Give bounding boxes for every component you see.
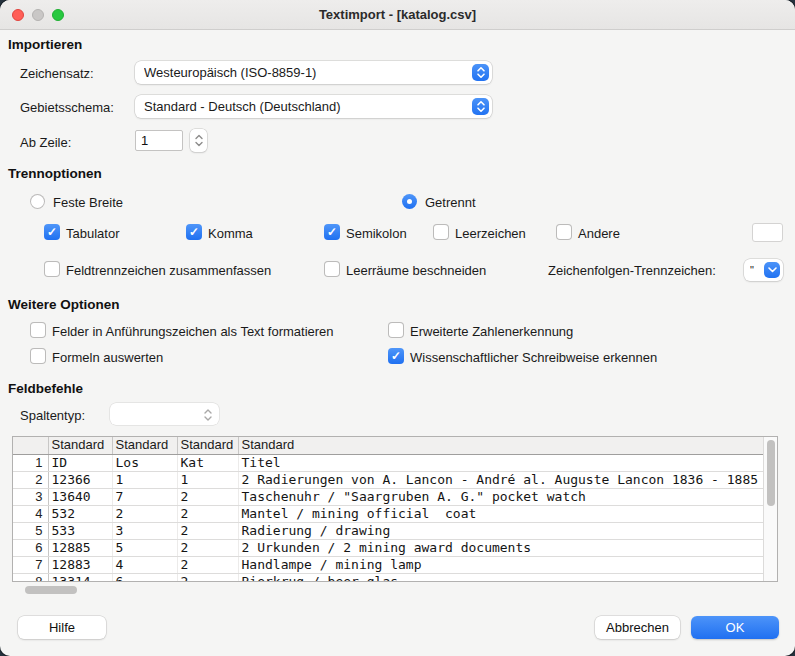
- corner-header-cell: [13, 437, 48, 454]
- table-cell: ID: [48, 454, 112, 471]
- charset-label: Zeichensatz:: [20, 66, 94, 81]
- row-number: 7: [13, 556, 48, 573]
- table-cell: 7: [112, 488, 177, 505]
- table-cell: Los: [112, 454, 177, 471]
- textimport-dialog: Textimport - [katalog.csv] Importieren Z…: [0, 0, 795, 656]
- table-cell: 2: [177, 522, 238, 539]
- locale-select[interactable]: Standard - Deutsch (Deutschland): [135, 95, 492, 118]
- leerzeichen-checkbox[interactable]: ✓: [433, 224, 449, 240]
- preview-table-body: 1IDLosKatTitel212366112 Radierungen von …: [13, 454, 765, 582]
- table-cell: 1: [177, 471, 238, 488]
- preview-table[interactable]: Standard Standard Standard Standard 1IDL…: [12, 436, 778, 582]
- table-cell: Radierung / drawing: [238, 522, 765, 539]
- window-title: Textimport - [katalog.csv]: [0, 0, 795, 30]
- table-header-row: Standard Standard Standard Standard: [13, 437, 765, 454]
- scientific-notation-checkbox[interactable]: ✓: [388, 348, 404, 364]
- cancel-button[interactable]: Abbrechen: [595, 616, 680, 639]
- stepper-arrows-icon: [194, 133, 204, 148]
- tabulator-checkbox[interactable]: ✓: [44, 224, 60, 240]
- table-cell: Titel: [238, 454, 765, 471]
- table-cell: 1: [112, 471, 177, 488]
- column-header[interactable]: Standard: [48, 437, 112, 454]
- table-cell: 2: [112, 505, 177, 522]
- fixed-width-radio[interactable]: [30, 194, 45, 209]
- separated-label[interactable]: Getrennt: [425, 195, 476, 210]
- row-number: 6: [13, 539, 48, 556]
- section-separator-heading: Trennoptionen: [8, 166, 102, 181]
- column-type-select: [110, 403, 219, 425]
- table-row: 1IDLosKatTitel: [13, 454, 765, 471]
- column-header[interactable]: Standard: [238, 437, 765, 454]
- komma-checkbox[interactable]: ✓: [186, 224, 202, 240]
- popup-stepper-icon: [472, 64, 489, 81]
- column-type-label: Spaltentyp:: [20, 408, 85, 423]
- table-cell: Handlampe / mining lamp: [238, 556, 765, 573]
- table-row: 81331462Bierkrug / beer glas: [13, 573, 765, 582]
- other-separator-input[interactable]: [752, 223, 783, 242]
- trim-spaces-label[interactable]: Leerräume beschneiden: [346, 263, 486, 278]
- charset-select[interactable]: Westeuropäisch (ISO-8859-1): [135, 61, 492, 84]
- merge-delimiters-label[interactable]: Feldtrennzeichen zusammenfassen: [66, 263, 271, 278]
- komma-label[interactable]: Komma: [208, 226, 253, 241]
- row-number: 3: [13, 488, 48, 505]
- section-fields-heading: Feldbefehle: [8, 381, 83, 396]
- disabled-stepper-icon: [201, 407, 215, 422]
- special-numbers-checkbox[interactable]: ✓: [388, 322, 404, 338]
- table-cell: 12366: [48, 471, 112, 488]
- help-button[interactable]: Hilfe: [18, 616, 106, 639]
- fixed-width-label[interactable]: Feste Breite: [53, 195, 123, 210]
- table-cell: 2: [177, 573, 238, 582]
- row-number: 2: [13, 471, 48, 488]
- separated-radio[interactable]: [402, 194, 417, 209]
- from-row-stepper[interactable]: [190, 129, 207, 152]
- table-cell: 12885: [48, 539, 112, 556]
- from-row-label: Ab Zeile:: [20, 135, 71, 150]
- evaluate-formulas-label[interactable]: Formeln auswerten: [52, 350, 163, 365]
- andere-checkbox[interactable]: ✓: [556, 224, 572, 240]
- scientific-notation-label[interactable]: Wissenschaftlicher Schreibweise erkennen: [410, 350, 657, 365]
- table-row: 212366112 Radierungen von A. Lancon - An…: [13, 471, 765, 488]
- row-number: 4: [13, 505, 48, 522]
- title-bar[interactable]: Textimport - [katalog.csv]: [0, 0, 795, 30]
- tabulator-label[interactable]: Tabulator: [66, 226, 119, 241]
- string-delimiter-value: ": [750, 259, 761, 281]
- table-row: 553332Radierung / drawing: [13, 522, 765, 539]
- evaluate-formulas-checkbox[interactable]: ✓: [30, 348, 46, 364]
- horizontal-scrollbar[interactable]: [12, 584, 778, 596]
- combo-dropdown-icon: [764, 262, 780, 278]
- string-delimiter-combobox[interactable]: ": [744, 259, 783, 281]
- charset-value: Westeuropäisch (ISO-8859-1): [144, 61, 466, 84]
- popup-stepper-icon: [472, 98, 489, 115]
- table-row: 31364072Taschenuhr / "Saargruben A. G." …: [13, 488, 765, 505]
- vertical-scrollbar-thumb[interactable]: [767, 440, 775, 506]
- quoted-as-text-checkbox[interactable]: ✓: [30, 322, 46, 338]
- semikolon-label[interactable]: Semikolon: [346, 226, 407, 241]
- locale-value: Standard - Deutsch (Deutschland): [144, 95, 466, 118]
- table-cell: 2: [177, 539, 238, 556]
- from-row-input[interactable]: [135, 130, 183, 151]
- row-number: 5: [13, 522, 48, 539]
- horizontal-scrollbar-thumb[interactable]: [25, 586, 77, 594]
- table-cell: 13640: [48, 488, 112, 505]
- vertical-scrollbar[interactable]: [763, 437, 777, 581]
- ok-button[interactable]: OK: [691, 616, 779, 639]
- semikolon-checkbox[interactable]: ✓: [324, 224, 340, 240]
- table-cell: 3: [112, 522, 177, 539]
- row-number: 1: [13, 454, 48, 471]
- table-cell: Taschenuhr / "Saargruben A. G." pocket w…: [238, 488, 765, 505]
- checkmark-icon: ✓: [186, 224, 202, 240]
- section-other-options-heading: Weitere Optionen: [8, 297, 120, 312]
- column-header[interactable]: Standard: [112, 437, 177, 454]
- quoted-as-text-label[interactable]: Felder in Anführungszeichen als Text for…: [52, 324, 334, 339]
- checkmark-icon: ✓: [388, 348, 404, 364]
- andere-label[interactable]: Andere: [578, 226, 620, 241]
- table-cell: 532: [48, 505, 112, 522]
- column-header[interactable]: Standard: [177, 437, 238, 454]
- table-cell: Mantel / mining official coat: [238, 505, 765, 522]
- leerzeichen-label[interactable]: Leerzeichen: [455, 226, 526, 241]
- special-numbers-label[interactable]: Erweiterte Zahlenerkennung: [410, 324, 573, 339]
- merge-delimiters-checkbox[interactable]: ✓: [44, 261, 60, 277]
- table-row: 453222Mantel / mining official coat: [13, 505, 765, 522]
- string-delimiter-label: Zeichenfolgen-Trennzeichen:: [548, 263, 716, 278]
- trim-spaces-checkbox[interactable]: ✓: [324, 261, 340, 277]
